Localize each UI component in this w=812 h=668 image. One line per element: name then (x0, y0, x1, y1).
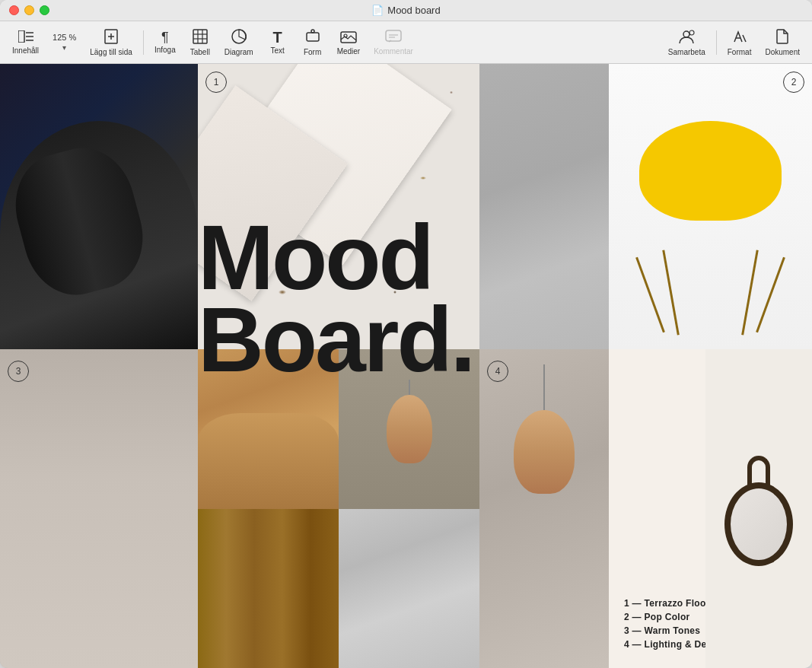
infoga-icon: ¶ (161, 30, 169, 44)
toolbar-format-label: Format (728, 48, 752, 56)
collage-tan-sofa (198, 349, 339, 509)
toolbar: Innehåll 125 % ▾ Lägg till sida ¶ Infoga (0, 21, 812, 64)
image-yellow-chair[interactable] (609, 64, 812, 349)
window: 📄 Mood board Innehåll 125 % ▾ (0, 0, 812, 668)
kommentar-icon (385, 30, 402, 46)
svg-point-21 (689, 30, 694, 35)
zoom-chevron-icon: ▾ (62, 43, 66, 52)
toolbar-lagg-till-sida[interactable]: Lägg till sida (84, 26, 139, 59)
image-leather-chair[interactable] (0, 64, 198, 349)
sidebar-icon (18, 30, 33, 45)
svg-line-23 (743, 35, 746, 42)
image-gray-sofa[interactable] (0, 349, 198, 668)
separator-1 (143, 30, 144, 55)
mirror-glass (724, 482, 793, 566)
form-icon (305, 29, 320, 46)
zoom-value: 125 % (53, 33, 76, 42)
document-icon: 📄 (371, 5, 384, 16)
svg-point-20 (683, 31, 689, 37)
maximize-button[interactable] (40, 5, 49, 15)
toolbar-medier-label: Medier (337, 47, 361, 56)
diagram-icon (231, 29, 247, 46)
minimize-button[interactable] (24, 5, 34, 15)
medier-icon (340, 30, 357, 46)
toolbar-samarbeta-label: Samarbeta (668, 48, 705, 56)
window-title: 📄 Mood board (371, 5, 440, 16)
image-caption: 1 — Terrazzo Floors 2 — Pop Color 3 — Wa… (609, 349, 812, 668)
pendant-lamp-shape (387, 395, 432, 463)
image-terrazzo[interactable] (198, 64, 479, 349)
mirror-container (724, 482, 793, 566)
samarbeta-icon (678, 29, 695, 46)
toolbar-kommentar[interactable]: Kommentar (368, 27, 419, 59)
collage-pendant (339, 349, 479, 509)
svg-rect-13 (307, 33, 319, 41)
page-badge-3: 3 (8, 361, 29, 382)
image-concrete[interactable] (479, 64, 609, 349)
toolbar-diagram-label: Diagram (224, 48, 253, 56)
toolbar-samarbeta[interactable]: Samarbeta (662, 26, 712, 59)
window-controls (9, 5, 49, 15)
toolbar-medier[interactable]: Medier (331, 27, 367, 59)
toolbar-zoom[interactable]: 125 % ▾ (46, 30, 82, 55)
tabell-icon (193, 29, 208, 46)
canvas-area: 1 — Terrazzo Floors 2 — Pop Color 3 — Wa… (0, 64, 812, 668)
image-lamp[interactable] (479, 349, 609, 668)
svg-rect-17 (386, 30, 401, 41)
toolbar-format[interactable]: Format (721, 26, 758, 59)
toolbar-innehall-label: Innehåll (12, 46, 39, 55)
lamp-cord (543, 364, 545, 410)
page-badge-4: 4 (487, 361, 508, 382)
toolbar-diagram[interactable]: Diagram (218, 26, 260, 59)
toolbar-kommentar-label: Kommentar (374, 47, 413, 56)
image-mirror (705, 349, 812, 668)
format-icon (732, 29, 747, 46)
text-icon: T (273, 30, 282, 45)
toolbar-dokument[interactable]: Dokument (759, 26, 806, 59)
close-button[interactable] (9, 5, 19, 15)
image-grid: 1 — Terrazzo Floors 2 — Pop Color 3 — Wa… (0, 64, 812, 668)
toolbar-dokument-label: Dokument (765, 48, 800, 56)
page-badge-2: 2 (783, 72, 804, 93)
collage-wood-texture (198, 509, 339, 669)
image-wood-collage[interactable] (198, 349, 479, 668)
svg-rect-0 (18, 30, 24, 43)
dokument-icon (776, 29, 788, 46)
toolbar-infoga-label: Infoga (154, 46, 176, 54)
page-badge-1: 1 (205, 72, 227, 93)
document-canvas: 1 — Terrazzo Floors 2 — Pop Color 3 — Wa… (0, 64, 812, 668)
toolbar-infoga[interactable]: ¶ Infoga (148, 27, 182, 57)
svg-point-14 (311, 30, 314, 33)
separator-2 (716, 30, 717, 55)
mirror-strap (747, 456, 770, 486)
toolbar-form[interactable]: Form (296, 26, 330, 59)
toolbar-innehall[interactable]: Innehåll (6, 27, 45, 58)
toolbar-text[interactable]: T Text (261, 27, 295, 58)
toolbar-form-label: Form (304, 48, 321, 56)
toolbar-lagg-till-sida-label: Lägg till sida (90, 48, 132, 56)
toolbar-tabell-label: Tabell (190, 48, 210, 56)
lamp-shade (514, 410, 575, 494)
toolbar-tabell[interactable]: Tabell (183, 26, 217, 59)
toolbar-text-label: Text (270, 46, 284, 55)
add-page-icon (104, 29, 118, 46)
chair-seat (639, 121, 782, 221)
collage-fur-texture (339, 509, 479, 669)
titlebar: 📄 Mood board (0, 0, 812, 21)
svg-rect-7 (193, 30, 207, 43)
